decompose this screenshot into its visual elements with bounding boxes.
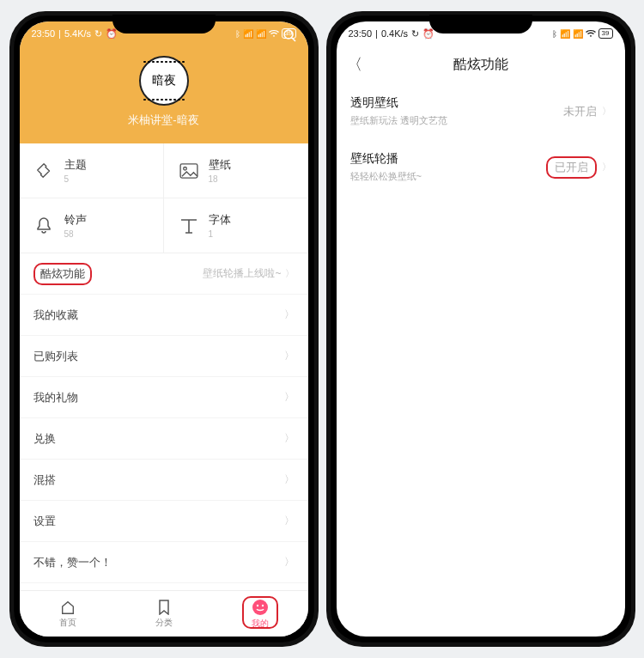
grid-font[interactable]: 字体1 [164,198,308,253]
wifi-icon [586,29,596,38]
nav-mine[interactable]: 我的 [212,591,308,637]
title-bar: 〈 酷炫功能 [337,46,625,83]
setting-value: 已开启 [546,156,597,179]
font-icon [179,217,198,235]
signal-icon: 📶 [560,29,570,39]
highlight-marker [242,596,278,629]
row-label: 我的礼物 [33,390,78,405]
bluetooth-icon: ᛒ [235,29,240,39]
wifi-icon [269,29,279,38]
row-purchased[interactable]: 已购列表 〉 [20,336,308,377]
setting-wallpaper-carousel[interactable]: 壁纸轮播 轻轻松松换壁纸~ 已开启 〉 [337,139,625,195]
grid-label: 主题 [64,157,87,173]
nav-home[interactable]: 首页 [20,591,116,637]
chevron-right-icon: 〉 [284,555,295,570]
theme-icon [35,161,54,180]
chevron-right-icon: 〉 [284,431,295,446]
bookmark-icon [157,600,171,615]
grid-label: 字体 [209,212,231,228]
home-icon [60,600,76,615]
row-label: 已购列表 [33,349,78,364]
row-label: 酷炫功能 [33,263,92,285]
bell-icon [35,216,54,235]
row-label: 兑换 [33,431,56,447]
chevron-right-icon: 〉 [284,514,295,528]
status-time: 23:50 [32,28,56,39]
bottom-nav: 首页 分类 我的 [20,590,308,637]
setting-title: 透明壁纸 [350,95,447,111]
back-button[interactable]: 〈 [347,54,362,75]
chevron-right-icon: 〉 [284,308,295,322]
username: 米柚讲堂-暗夜 [20,113,308,128]
nav-category[interactable]: 分类 [116,591,212,637]
notch [429,15,532,34]
grid-label: 壁纸 [209,157,231,173]
row-label: 设置 [33,514,56,529]
row-rate[interactable]: 不错，赞一个！ 〉 [20,542,308,583]
wallpaper-icon [179,163,198,179]
nav-label: 首页 [59,617,76,629]
menu-list: 酷炫功能 壁纸轮播上线啦~〉 我的收藏 〉 已购列表 〉 我的礼物 〉 兑换 〉… [20,253,308,590]
status-net: 0.4K/s [381,28,408,39]
status-net: 5.4K/s [64,28,91,39]
signal-icon: 📶 [573,29,583,39]
row-detail: 壁纸轮播上线啦~ [203,266,281,281]
battery-icon: 39 [282,28,296,39]
sync-icon: ↻ [94,28,102,40]
grid-label: 铃声 [64,212,87,228]
row-label: 不错，赞一个！ [33,555,112,570]
screen-left: 23:50 | 5.4K/s ↻ ⏰ ᛒ 📶 📶 39 [20,21,308,637]
page-title: 酷炫功能 [337,56,625,74]
grid-count: 1 [209,229,231,239]
setting-sub: 轻轻松松换壁纸~ [350,170,422,183]
grid-theme[interactable]: 主题5 [20,143,164,198]
grid-wallpaper[interactable]: 壁纸18 [164,143,308,198]
avatar-text: 暗夜 [152,73,176,88]
chevron-right-icon: 〉 [602,161,611,174]
notch [112,15,216,34]
setting-value: 未开启 [563,104,597,119]
grid-count: 58 [64,229,87,239]
row-favorites[interactable]: 我的收藏 〉 [20,295,308,336]
status-time: 23:50 [349,28,373,39]
signal-icon: 📶 [256,29,266,39]
setting-sub: 壁纸新玩法 透明文艺范 [350,114,447,127]
svg-point-3 [183,167,186,170]
grid-ringtone[interactable]: 铃声58 [20,198,164,253]
chevron-right-icon: 〉 [284,472,295,487]
grid-count: 5 [64,174,87,184]
chevron-right-icon: 〉 [284,390,295,405]
nav-label: 分类 [155,617,173,629]
profile-header: 暗夜 米柚讲堂-暗夜 [20,46,308,143]
sync-icon: ↻ [411,28,419,40]
row-label: 混搭 [33,472,56,488]
signal-icon: 📶 [243,29,253,39]
row-label: 我的收藏 [33,308,78,323]
row-settings[interactable]: 设置 〉 [20,501,308,542]
row-gifts[interactable]: 我的礼物 〉 [20,377,308,418]
battery-icon: 39 [598,28,613,39]
bluetooth-icon: ᛒ [552,29,557,39]
chevron-right-icon: 〉 [602,105,611,118]
row-mix[interactable]: 混搭 〉 [20,460,308,501]
grid-count: 18 [209,174,231,184]
setting-title: 壁纸轮播 [350,151,422,167]
chevron-right-icon: 〉 [284,349,295,363]
screen-right: 23:50 | 0.4K/s ↻ ⏰ ᛒ 📶 📶 39 〈 酷炫功能 [337,21,625,637]
avatar[interactable]: 暗夜 [139,56,189,106]
row-redeem[interactable]: 兑换 〉 [20,418,308,460]
stats-grid: 主题5 壁纸18 铃声58 字体1 [20,143,308,253]
phone-left: 23:50 | 5.4K/s ↻ ⏰ ᛒ 📶 📶 39 [9,11,319,647]
chevron-right-icon: 〉 [285,267,295,280]
row-cool-features[interactable]: 酷炫功能 壁纸轮播上线啦~〉 [20,253,308,295]
setting-transparent-wallpaper[interactable]: 透明壁纸 壁纸新玩法 透明文艺范 未开启 〉 [337,83,625,139]
phone-right: 23:50 | 0.4K/s ↻ ⏰ ᛒ 📶 📶 39 〈 酷炫功能 [326,11,635,647]
